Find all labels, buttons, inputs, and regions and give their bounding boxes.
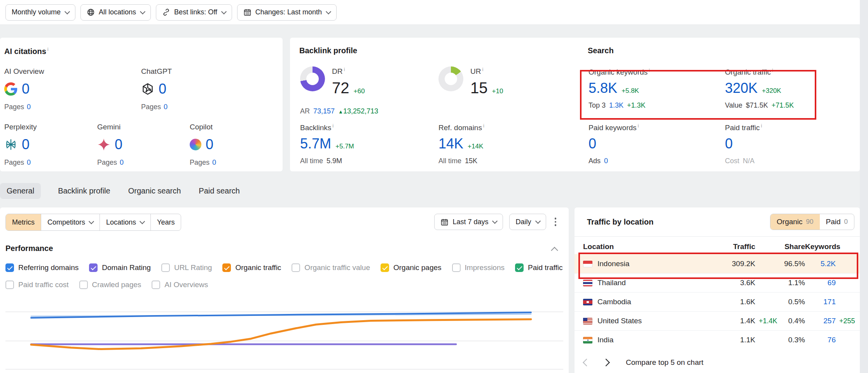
pages-value-link[interactable]: 0 <box>27 103 31 111</box>
info-icon[interactable]: i <box>332 123 334 129</box>
top3-value-link[interactable]: 1.3K <box>609 101 623 110</box>
metric-checkbox-ai-overviews[interactable]: AI Overviews <box>152 281 208 289</box>
checkbox-icon[interactable] <box>5 281 14 289</box>
metric-checkbox-domain-rating[interactable]: Domain Rating <box>89 263 151 272</box>
collapse-chevron-icon[interactable] <box>551 247 558 254</box>
checkbox-icon[interactable] <box>89 263 98 272</box>
keywords-link[interactable]: 5.2K <box>805 260 836 268</box>
info-icon[interactable]: i <box>761 123 762 129</box>
checkbox-icon[interactable] <box>161 263 170 272</box>
pages-value-link[interactable]: 0 <box>120 159 124 166</box>
best-links-dropdown[interactable]: Best links: Off <box>156 4 232 21</box>
united-states-flag-icon <box>583 318 592 324</box>
checkbox-icon[interactable] <box>515 263 524 272</box>
value-label: Value <box>725 101 742 110</box>
tab-paid-search[interactable]: Paid search <box>198 183 241 199</box>
backlinks-delta: +5.7M <box>335 143 354 150</box>
checkbox-icon[interactable] <box>152 281 160 289</box>
segment-metrics[interactable]: Metrics <box>6 214 41 230</box>
segment-competitors[interactable]: Competitors <box>41 214 100 230</box>
table-row-cambodia[interactable]: Cambodia 1.6K 0.5% 171 <box>575 292 860 311</box>
checkbox-icon[interactable] <box>79 281 88 289</box>
segment-years[interactable]: Years <box>150 214 181 230</box>
table-row-thailand[interactable]: Thailand 3.6K 1.1% 69 <box>575 273 860 292</box>
column-traffic: Traffic <box>713 242 755 251</box>
keywords-link[interactable]: 171 <box>805 298 836 306</box>
tab-backlink-profile[interactable]: Backlink profile <box>57 183 111 199</box>
toggle-organic[interactable]: Organic90 <box>770 214 819 230</box>
next-page-icon[interactable] <box>602 359 610 366</box>
paid-traffic-metric: Paid traffici 0 CostN/A <box>725 123 762 165</box>
paid-keywords-value[interactable]: 0 <box>589 136 596 152</box>
keywords-link[interactable]: 69 <box>805 279 836 287</box>
checkbox-icon[interactable] <box>381 263 389 272</box>
info-icon[interactable]: i <box>483 123 484 129</box>
tab-general[interactable]: General <box>0 183 41 199</box>
pages-value-link[interactable]: 0 <box>212 159 216 166</box>
table-row-india[interactable]: India 1.1K 0.3% 76 <box>575 330 860 349</box>
scrollbar-track[interactable] <box>860 0 868 373</box>
location-name: Indonesia <box>597 260 629 268</box>
keywords-link[interactable]: 76 <box>805 336 836 344</box>
performance-line-chart[interactable] <box>5 298 563 373</box>
chatgpt-metric: ChatGPT 0 Pages0 <box>141 67 231 111</box>
organic-traffic-value[interactable]: 320K <box>725 80 758 96</box>
metric-checkbox-paid-traffic[interactable]: Paid traffic <box>515 263 562 272</box>
share-value: 1.1% <box>780 279 805 287</box>
backlinks-value[interactable]: 5.7M <box>300 136 331 152</box>
toggle-paid[interactable]: Paid0 <box>820 214 854 230</box>
previous-page-icon[interactable] <box>583 359 590 366</box>
checkbox-icon[interactable] <box>452 263 461 272</box>
date-range-dropdown[interactable]: Last 7 days <box>434 214 503 230</box>
checkbox-icon[interactable] <box>292 263 300 272</box>
chevron-down-icon <box>221 9 227 14</box>
monthly-volume-dropdown[interactable]: Monthly volume <box>5 4 75 21</box>
location-name: Cambodia <box>597 298 631 306</box>
keywords-link[interactable]: 257 <box>805 317 836 325</box>
pages-value-link[interactable]: 0 <box>164 103 168 111</box>
metric-checkbox-referring-domains[interactable]: Referring domains <box>5 263 79 272</box>
ur-delta: +10 <box>492 87 503 95</box>
ai-overview-value: 0 <box>22 81 30 97</box>
metric-checkbox-impressions[interactable]: Impressions <box>452 263 505 272</box>
segment-locations[interactable]: Locations <box>100 214 150 230</box>
compare-top5-button[interactable]: Compare top 5 on chart <box>626 358 704 367</box>
checkbox-icon[interactable] <box>222 263 231 272</box>
ref-domains-value[interactable]: 14K <box>438 136 463 152</box>
ai-overview-label: AI Overview <box>4 67 94 76</box>
gemini-label: Gemini <box>97 123 187 131</box>
info-icon[interactable]: i <box>47 46 49 52</box>
table-row-indonesia[interactable]: Indonesia 309.2K 96.5% 5.2K <box>575 254 860 273</box>
metric-checkbox-organic-pages[interactable]: Organic pages <box>381 263 442 272</box>
info-icon[interactable]: i <box>638 123 639 129</box>
metric-checkbox-organic-traffic[interactable]: Organic traffic <box>222 263 281 272</box>
info-icon[interactable]: i <box>772 67 773 73</box>
column-location: Location <box>583 242 713 251</box>
organic-keywords-value[interactable]: 5.8K <box>589 80 617 96</box>
metric-checkbox-crawled-pages[interactable]: Crawled pages <box>79 281 141 289</box>
info-icon[interactable]: i <box>649 67 650 73</box>
ur-donut-chart <box>438 66 463 91</box>
perplexity-value: 0 <box>22 136 30 153</box>
info-icon[interactable]: i <box>344 66 345 72</box>
copilot-value: 0 <box>206 136 213 153</box>
share-value: 0.4% <box>780 317 805 325</box>
ads-value-link[interactable]: 0 <box>604 157 608 165</box>
metric-checkbox-paid-traffic-cost[interactable]: Paid traffic cost <box>5 281 69 289</box>
locations-dropdown[interactable]: All locations <box>80 4 151 21</box>
checkbox-icon[interactable] <box>5 263 14 272</box>
tab-organic-search[interactable]: Organic search <box>127 183 182 199</box>
location-name: India <box>597 336 613 344</box>
dr-label: DR <box>332 67 342 75</box>
table-row-united-states[interactable]: United States 1.4K +1.4K 0.4% 257 +255 <box>575 311 860 330</box>
metric-checkbox-organic-traffic-value[interactable]: Organic traffic value <box>292 263 370 272</box>
pages-value-link[interactable]: 0 <box>27 159 31 166</box>
more-options-button[interactable] <box>552 214 559 229</box>
changes-dropdown[interactable]: Changes: Last month <box>237 4 337 21</box>
info-icon[interactable]: i <box>482 66 483 72</box>
ar-value-link[interactable]: 73,157 <box>313 107 335 115</box>
dr-delta: +60 <box>354 87 365 95</box>
granularity-dropdown[interactable]: Daily <box>509 214 546 230</box>
metric-checkbox-url-rating[interactable]: URL Rating <box>161 263 212 272</box>
paid-traffic-value[interactable]: 0 <box>725 136 733 152</box>
